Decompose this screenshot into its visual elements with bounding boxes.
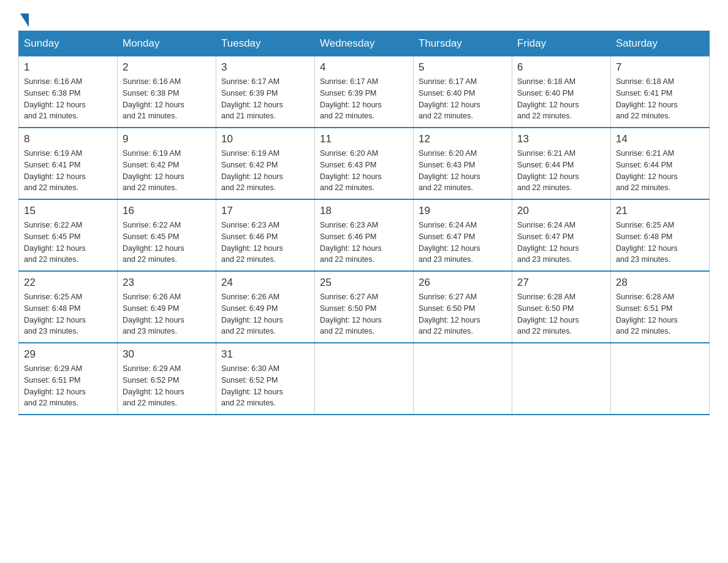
weekday-header-friday: Friday — [512, 31, 611, 56]
day-number: 3 — [221, 61, 309, 74]
day-number: 10 — [221, 133, 309, 145]
day-number: 11 — [320, 133, 408, 145]
logo-arrow-icon — [20, 13, 29, 27]
calendar-cell: 10Sunrise: 6:19 AMSunset: 6:42 PMDayligh… — [216, 128, 315, 199]
calendar-cell: 30Sunrise: 6:29 AMSunset: 6:52 PMDayligh… — [118, 343, 216, 415]
calendar-cell: 20Sunrise: 6:24 AMSunset: 6:47 PMDayligh… — [512, 199, 611, 271]
day-number: 27 — [517, 277, 605, 289]
calendar-cell: 22Sunrise: 6:25 AMSunset: 6:48 PMDayligh… — [19, 271, 118, 343]
day-number: 1 — [24, 61, 112, 74]
day-number: 7 — [616, 61, 704, 74]
calendar-table: SundayMondayTuesdayWednesdayThursdayFrid… — [18, 31, 710, 415]
day-info: Sunrise: 6:27 AMSunset: 6:50 PMDaylight:… — [419, 291, 507, 337]
calendar-cell: 18Sunrise: 6:23 AMSunset: 6:46 PMDayligh… — [315, 199, 414, 271]
calendar-cell — [315, 343, 414, 415]
day-number: 12 — [419, 133, 507, 145]
day-info: Sunrise: 6:20 AMSunset: 6:43 PMDaylight:… — [320, 148, 408, 194]
day-info: Sunrise: 6:17 AMSunset: 6:39 PMDaylight:… — [320, 76, 408, 122]
day-number: 2 — [123, 61, 211, 74]
day-number: 25 — [320, 277, 408, 289]
calendar-cell: 14Sunrise: 6:21 AMSunset: 6:44 PMDayligh… — [611, 128, 710, 199]
day-info: Sunrise: 6:25 AMSunset: 6:48 PMDaylight:… — [616, 220, 704, 266]
calendar-cell: 17Sunrise: 6:23 AMSunset: 6:46 PMDayligh… — [216, 199, 315, 271]
day-info: Sunrise: 6:17 AMSunset: 6:39 PMDaylight:… — [221, 76, 309, 122]
calendar-cell: 9Sunrise: 6:19 AMSunset: 6:42 PMDaylight… — [118, 128, 216, 199]
weekday-header-sunday: Sunday — [19, 31, 118, 56]
calendar-cell: 27Sunrise: 6:28 AMSunset: 6:50 PMDayligh… — [512, 271, 611, 343]
day-info: Sunrise: 6:19 AMSunset: 6:41 PMDaylight:… — [24, 148, 112, 194]
calendar-week-1: 1Sunrise: 6:16 AMSunset: 6:38 PMDaylight… — [19, 56, 710, 128]
day-info: Sunrise: 6:16 AMSunset: 6:38 PMDaylight:… — [24, 76, 112, 122]
day-info: Sunrise: 6:29 AMSunset: 6:51 PMDaylight:… — [24, 363, 112, 409]
day-info: Sunrise: 6:20 AMSunset: 6:43 PMDaylight:… — [419, 148, 507, 194]
day-info: Sunrise: 6:18 AMSunset: 6:40 PMDaylight:… — [517, 76, 605, 122]
day-number: 19 — [419, 205, 507, 217]
day-info: Sunrise: 6:29 AMSunset: 6:52 PMDaylight:… — [123, 363, 211, 409]
day-info: Sunrise: 6:16 AMSunset: 6:38 PMDaylight:… — [123, 76, 211, 122]
calendar-cell — [611, 343, 710, 415]
day-number: 17 — [221, 205, 309, 217]
day-number: 23 — [123, 277, 211, 289]
day-info: Sunrise: 6:17 AMSunset: 6:40 PMDaylight:… — [419, 76, 507, 122]
calendar-cell: 21Sunrise: 6:25 AMSunset: 6:48 PMDayligh… — [611, 199, 710, 271]
logo — [18, 12, 29, 25]
calendar-cell: 24Sunrise: 6:26 AMSunset: 6:49 PMDayligh… — [216, 271, 315, 343]
day-info: Sunrise: 6:19 AMSunset: 6:42 PMDaylight:… — [221, 148, 309, 194]
day-number: 8 — [24, 133, 112, 145]
day-number: 20 — [517, 205, 605, 217]
weekday-header-tuesday: Tuesday — [216, 31, 315, 56]
calendar-cell: 5Sunrise: 6:17 AMSunset: 6:40 PMDaylight… — [414, 56, 512, 128]
weekday-header-saturday: Saturday — [611, 31, 710, 56]
calendar-cell: 29Sunrise: 6:29 AMSunset: 6:51 PMDayligh… — [19, 343, 118, 415]
calendar-cell: 8Sunrise: 6:19 AMSunset: 6:41 PMDaylight… — [19, 128, 118, 199]
day-number: 26 — [419, 277, 507, 289]
day-info: Sunrise: 6:27 AMSunset: 6:50 PMDaylight:… — [320, 291, 408, 337]
day-number: 13 — [517, 133, 605, 145]
calendar-cell: 11Sunrise: 6:20 AMSunset: 6:43 PMDayligh… — [315, 128, 414, 199]
calendar-cell: 28Sunrise: 6:28 AMSunset: 6:51 PMDayligh… — [611, 271, 710, 343]
day-number: 29 — [24, 348, 112, 361]
day-number: 14 — [616, 133, 704, 145]
calendar-cell: 4Sunrise: 6:17 AMSunset: 6:39 PMDaylight… — [315, 56, 414, 128]
calendar-cell: 3Sunrise: 6:17 AMSunset: 6:39 PMDaylight… — [216, 56, 315, 128]
day-number: 22 — [24, 277, 112, 289]
calendar-cell — [414, 343, 512, 415]
day-number: 31 — [221, 348, 309, 361]
day-info: Sunrise: 6:23 AMSunset: 6:46 PMDaylight:… — [320, 220, 408, 266]
calendar-cell: 7Sunrise: 6:18 AMSunset: 6:41 PMDaylight… — [611, 56, 710, 128]
day-number: 15 — [24, 205, 112, 217]
weekday-header-monday: Monday — [118, 31, 216, 56]
day-info: Sunrise: 6:18 AMSunset: 6:41 PMDaylight:… — [616, 76, 704, 122]
calendar-cell: 16Sunrise: 6:22 AMSunset: 6:45 PMDayligh… — [118, 199, 216, 271]
calendar-cell: 31Sunrise: 6:30 AMSunset: 6:52 PMDayligh… — [216, 343, 315, 415]
day-info: Sunrise: 6:28 AMSunset: 6:51 PMDaylight:… — [616, 291, 704, 337]
calendar-cell: 25Sunrise: 6:27 AMSunset: 6:50 PMDayligh… — [315, 271, 414, 343]
weekday-header-thursday: Thursday — [414, 31, 512, 56]
page-header — [18, 12, 710, 25]
day-number: 9 — [123, 133, 211, 145]
day-info: Sunrise: 6:22 AMSunset: 6:45 PMDaylight:… — [123, 220, 211, 266]
calendar-cell: 15Sunrise: 6:22 AMSunset: 6:45 PMDayligh… — [19, 199, 118, 271]
calendar-cell: 26Sunrise: 6:27 AMSunset: 6:50 PMDayligh… — [414, 271, 512, 343]
day-info: Sunrise: 6:19 AMSunset: 6:42 PMDaylight:… — [123, 148, 211, 194]
day-info: Sunrise: 6:21 AMSunset: 6:44 PMDaylight:… — [616, 148, 704, 194]
day-info: Sunrise: 6:24 AMSunset: 6:47 PMDaylight:… — [419, 220, 507, 266]
day-number: 24 — [221, 277, 309, 289]
day-number: 5 — [419, 61, 507, 74]
day-info: Sunrise: 6:24 AMSunset: 6:47 PMDaylight:… — [517, 220, 605, 266]
weekday-header-wednesday: Wednesday — [315, 31, 414, 56]
calendar-cell: 6Sunrise: 6:18 AMSunset: 6:40 PMDaylight… — [512, 56, 611, 128]
calendar-week-2: 8Sunrise: 6:19 AMSunset: 6:41 PMDaylight… — [19, 128, 710, 199]
day-number: 30 — [123, 348, 211, 361]
calendar-cell — [512, 343, 611, 415]
day-number: 4 — [320, 61, 408, 74]
day-info: Sunrise: 6:30 AMSunset: 6:52 PMDaylight:… — [221, 363, 309, 409]
day-info: Sunrise: 6:28 AMSunset: 6:50 PMDaylight:… — [517, 291, 605, 337]
day-info: Sunrise: 6:21 AMSunset: 6:44 PMDaylight:… — [517, 148, 605, 194]
day-info: Sunrise: 6:23 AMSunset: 6:46 PMDaylight:… — [221, 220, 309, 266]
calendar-cell: 12Sunrise: 6:20 AMSunset: 6:43 PMDayligh… — [414, 128, 512, 199]
day-number: 21 — [616, 205, 704, 217]
day-info: Sunrise: 6:25 AMSunset: 6:48 PMDaylight:… — [24, 291, 112, 337]
day-info: Sunrise: 6:26 AMSunset: 6:49 PMDaylight:… — [123, 291, 211, 337]
calendar-cell: 1Sunrise: 6:16 AMSunset: 6:38 PMDaylight… — [19, 56, 118, 128]
